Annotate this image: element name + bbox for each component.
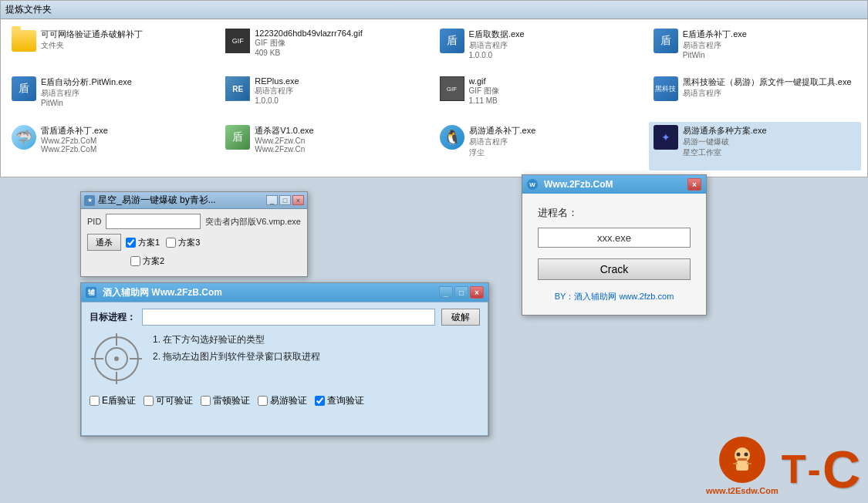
file-type: Www.2Fzb.CoM bbox=[41, 137, 214, 145]
minimize-button[interactable]: _ bbox=[266, 195, 278, 205]
shield-icon: 盾 bbox=[654, 29, 678, 53]
file-type: 易语言程序 bbox=[683, 40, 856, 51]
file-type: GIF 图像 bbox=[469, 86, 643, 96]
watermark-t: T bbox=[782, 449, 806, 489]
file-name: E盾自动分析.PitWin.exe bbox=[41, 76, 214, 88]
close-button[interactable]: × bbox=[470, 286, 484, 299]
target-input[interactable] bbox=[142, 309, 435, 326]
explorer-title: 提炼文件夹 bbox=[5, 3, 52, 16]
file-size: Www.2Fzb.CoM bbox=[41, 145, 214, 154]
jiuru-window: 辅 酒入辅助网 Www.2FzB.Com _ □ × 目标进程： 破解 bbox=[80, 282, 489, 437]
file-item[interactable]: 🐧 易游通杀补丁.exe 易语言程序 浮尘 bbox=[435, 122, 647, 170]
minimize-button[interactable]: _ bbox=[439, 286, 453, 299]
crack-content: 进程名： Crack BY：酒入辅助网 www.2fzb.com bbox=[522, 194, 706, 315]
svg-rect-12 bbox=[733, 463, 738, 464]
file-type: Www.2Fzw.Cn bbox=[255, 137, 428, 145]
shield-icon: 黑科技 bbox=[654, 76, 678, 101]
crack-window-title: Www.2Fzb.CoM bbox=[544, 179, 613, 190]
kill-button[interactable]: 通杀 bbox=[87, 234, 121, 251]
file-type: 易语言程序 bbox=[41, 88, 214, 99]
watermark-robot-icon bbox=[719, 437, 765, 483]
gif-icon: GIF bbox=[225, 29, 250, 53]
shield-icon: 盾 bbox=[12, 76, 36, 101]
xingkong-window-title: 星空_易游一键爆破 by青衫... bbox=[98, 194, 216, 207]
file-size: 星空工作室 bbox=[683, 147, 856, 158]
file-name: 易游通杀多种方案.exe bbox=[683, 125, 856, 137]
file-explorer: 提炼文件夹 可可网络验证通杀破解补丁 文件夹 GIF 122320d6hdb49… bbox=[0, 0, 868, 177]
crack-titlebar: W Www.2Fzb.CoM × bbox=[522, 175, 706, 194]
close-button[interactable]: × bbox=[687, 178, 701, 191]
maximize-button[interactable]: □ bbox=[454, 286, 468, 299]
option2-checkbox[interactable]: 方案2 bbox=[130, 255, 164, 267]
file-size: 1.0.0.0 bbox=[255, 96, 428, 105]
jiuru-window-title: 酒入辅助网 Www.2FzB.Com bbox=[103, 286, 222, 299]
file-item[interactable]: 可可网络验证通杀破解补丁 文件夹 bbox=[7, 25, 219, 72]
maximize-button[interactable]: □ bbox=[279, 195, 291, 205]
file-name: w.gif bbox=[469, 76, 643, 86]
svg-point-10 bbox=[744, 453, 748, 457]
file-type: 易语言程序 bbox=[255, 86, 428, 96]
space-icon: ✦ bbox=[654, 125, 678, 150]
xingkong-window-icon: ★ bbox=[84, 195, 95, 206]
crack-window: W Www.2Fzb.CoM × 进程名： Crack BY：酒入辅助网 www… bbox=[522, 174, 707, 316]
crack-by-text: BY：酒入辅助网 www.2fzb.com bbox=[538, 291, 691, 302]
svg-point-9 bbox=[736, 453, 740, 457]
option3-checkbox[interactable]: 方案3 bbox=[166, 237, 200, 248]
check-keke[interactable]: 可可验证 bbox=[144, 394, 193, 407]
file-item[interactable]: 盾 E盾自动分析.PitWin.exe 易语言程序 PitWin bbox=[7, 73, 219, 120]
file-item[interactable]: RE REPlus.exe 易语言程序 1.0.0.0 bbox=[221, 73, 433, 120]
svg-point-6 bbox=[114, 356, 119, 361]
file-item[interactable]: GIF 122320d6hdb49vlazrr764.gif GIF 图像 40… bbox=[221, 25, 433, 72]
crack-win-controls: × bbox=[687, 178, 701, 191]
pid-input[interactable] bbox=[106, 214, 201, 229]
watermark: www.t2Esdw.Com T - C bbox=[706, 437, 860, 495]
shield-icon: 盾 bbox=[440, 29, 464, 53]
shark-icon: 🦈 bbox=[12, 125, 36, 150]
file-name: 122320d6hdb49vlazrr764.gif bbox=[255, 29, 428, 38]
watermark-dash: - bbox=[808, 449, 821, 489]
check-edun[interactable]: E盾验证 bbox=[90, 394, 136, 407]
file-type: 文件夹 bbox=[41, 40, 214, 51]
pid-label: PID bbox=[87, 217, 101, 226]
gif-black-icon: GIF bbox=[440, 76, 464, 101]
file-item[interactable]: 盾 E盾通杀补丁.exe 易语言程序 PitWin bbox=[649, 25, 861, 72]
file-name: REPlus.exe bbox=[255, 76, 428, 86]
xingkong-window: ★ 星空_易游一键爆破 by青衫... _ □ × PID 突击者内部版V6.v… bbox=[80, 191, 308, 277]
close-button[interactable]: × bbox=[292, 195, 304, 205]
jiuru-win-controls: _ □ × bbox=[439, 286, 484, 299]
file-name: E盾取数据.exe bbox=[469, 29, 643, 40]
file-name: 可可网络验证通杀破解补丁 bbox=[41, 29, 214, 40]
check-query[interactable]: 查询验证 bbox=[315, 394, 364, 407]
instruction-1: 1. 在下方勾选好验证的类型 bbox=[153, 332, 480, 349]
crack-window-icon: W bbox=[527, 179, 538, 190]
solve-button[interactable]: 破解 bbox=[441, 309, 480, 326]
crosshair-icon bbox=[90, 332, 144, 386]
file-name: 雷盾通杀补丁.exe bbox=[41, 125, 214, 137]
file-item[interactable]: 盾 E盾取数据.exe 易语言程序 1.0.0.0 bbox=[435, 25, 647, 72]
svg-rect-11 bbox=[738, 458, 747, 461]
shield-green-icon: 盾 bbox=[225, 125, 250, 150]
watermark-c: C bbox=[822, 443, 860, 495]
check-leiden[interactable]: 雷顿验证 bbox=[201, 394, 250, 407]
jiuru-content: 目标进程： 破解 1. 在下方勾选好验证的类型 2. 拖动左边图片到软件登录窗口… bbox=[81, 302, 488, 436]
penguin-icon: 🐧 bbox=[440, 125, 464, 150]
xingkong-titlebar: ★ 星空_易游一键爆破 by青衫... _ □ × bbox=[81, 192, 307, 209]
crack-button[interactable]: Crack bbox=[538, 258, 691, 280]
file-item[interactable]: 盾 通杀器V1.0.exe Www.2Fzw.Cn Www.2Fzw.Cn bbox=[221, 122, 433, 170]
explorer-titlebar: 提炼文件夹 bbox=[1, 1, 867, 19]
watermark-url: www.t2Esdw.Com bbox=[706, 486, 778, 495]
process-input[interactable] bbox=[538, 228, 691, 248]
xingkong-win-controls: _ □ × bbox=[266, 195, 304, 205]
instruction-2: 2. 拖动左边图片到软件登录窗口获取进程 bbox=[153, 349, 480, 366]
check-eiyou[interactable]: 易游验证 bbox=[258, 394, 307, 407]
option1-checkbox[interactable]: 方案1 bbox=[126, 237, 160, 248]
jiuru-titlebar: 辅 酒入辅助网 Www.2FzB.Com _ □ × bbox=[81, 283, 488, 302]
file-name: E盾通杀补丁.exe bbox=[683, 29, 856, 40]
file-item[interactable]: 黑科技 黑科技验证（易游）原文件一键提取工具.exe 易语言程序 bbox=[649, 73, 861, 120]
file-size: PitWin bbox=[41, 99, 214, 107]
file-item[interactable]: GIF w.gif GIF 图像 1.11 MB bbox=[435, 73, 647, 120]
file-item-selected[interactable]: ✦ 易游通杀多种方案.exe 易游一键爆破 星空工作室 bbox=[649, 122, 861, 170]
process-name-value: 突击者内部版V6.vmp.exe bbox=[205, 216, 301, 228]
exe-icon: RE bbox=[225, 76, 250, 101]
file-item[interactable]: 🦈 雷盾通杀补丁.exe Www.2Fzb.CoM Www.2Fzb.CoM bbox=[7, 122, 219, 170]
